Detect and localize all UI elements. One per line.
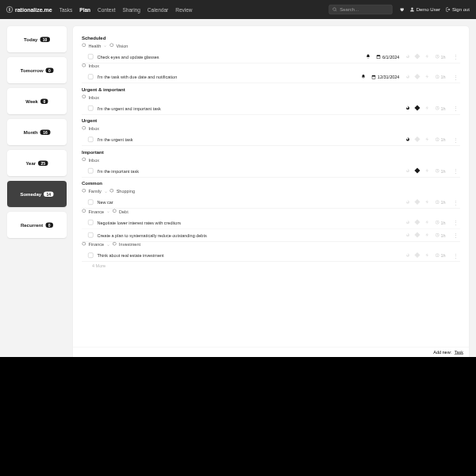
bell-icon[interactable] — [361, 74, 366, 79]
bolt-icon[interactable] — [424, 252, 429, 258]
bell-icon[interactable] — [366, 54, 370, 60]
diamond-icon[interactable] — [415, 220, 419, 225]
task-row[interactable]: Think about real estate investment1h⋮ — [82, 249, 460, 262]
fire-icon[interactable] — [405, 136, 409, 142]
search-input[interactable]: Search... — [329, 5, 393, 14]
breadcrumb[interactable]: Inbox — [82, 63, 460, 69]
search-placeholder: Search... — [340, 7, 359, 13]
fire-icon[interactable] — [405, 220, 409, 225]
more-link[interactable]: 4 More — [92, 263, 460, 268]
breadcrumb-text: Finance — [89, 242, 105, 247]
task-checkbox[interactable] — [88, 220, 94, 225]
task-name: Check eyes and update glasses — [98, 54, 366, 59]
nav-tasks[interactable]: Tasks — [60, 6, 73, 13]
diamond-icon[interactable] — [415, 106, 419, 110]
kebab-menu[interactable]: ⋮ — [451, 105, 461, 111]
brand[interactable]: rationalize.me — [6, 6, 52, 13]
add-new-task-link[interactable]: Task — [455, 350, 463, 355]
hours[interactable]: 1h — [435, 54, 445, 59]
kebab-menu[interactable]: ⋮ — [451, 136, 461, 143]
diamond-icon[interactable] — [415, 253, 419, 258]
kebab-menu[interactable]: ⋮ — [451, 74, 461, 80]
fire-icon[interactable] — [405, 252, 409, 258]
sidebar-item-year[interactable]: Year25 — [7, 150, 67, 176]
hours[interactable]: 1h — [435, 168, 445, 173]
task-row[interactable]: I'm the urgent task1h⋮ — [82, 133, 460, 146]
task-checkbox[interactable] — [88, 106, 94, 111]
kebab-menu[interactable]: ⋮ — [451, 219, 461, 225]
diamond-icon[interactable] — [415, 232, 419, 237]
signout-link[interactable]: Sign out — [446, 7, 470, 13]
hours[interactable]: 1h — [435, 200, 445, 205]
task-row[interactable]: Check eyes and update glasses6/1/20241h⋮ — [82, 51, 460, 63]
sidebar-item-today[interactable]: Today10 — [7, 26, 67, 52]
diamond-icon[interactable] — [415, 75, 419, 79]
nav-review[interactable]: Review — [175, 6, 192, 13]
task-row[interactable]: I'm the important task1h⋮ — [82, 165, 460, 178]
fire-icon[interactable] — [405, 232, 409, 238]
sidebar-item-someday[interactable]: Someday14 — [7, 181, 67, 207]
hours[interactable]: 1h — [435, 253, 445, 258]
diamond-icon[interactable] — [415, 137, 419, 142]
hours[interactable]: 1h — [435, 75, 445, 79]
task-row[interactable]: Negotiate lower interest rates with cred… — [82, 217, 460, 229]
due-date[interactable]: 12/31/2024 — [371, 75, 400, 79]
task-checkbox[interactable] — [88, 232, 94, 238]
bolt-icon[interactable] — [424, 232, 429, 238]
fire-icon[interactable] — [405, 168, 409, 174]
fire-icon[interactable] — [405, 106, 409, 111]
kebab-menu[interactable]: ⋮ — [451, 199, 461, 205]
bolt-icon[interactable] — [424, 74, 429, 79]
breadcrumb[interactable]: Finance⌄Investment — [82, 242, 460, 248]
nav-context[interactable]: Context — [98, 6, 115, 13]
bolt-icon[interactable] — [424, 199, 429, 205]
breadcrumb[interactable]: Finance⌄Debt — [82, 209, 460, 214]
diamond-icon[interactable] — [415, 200, 419, 205]
kebab-menu[interactable]: ⋮ — [451, 232, 461, 238]
user-link[interactable]: Demo User — [410, 7, 440, 13]
heart-link[interactable] — [400, 7, 405, 12]
nav-calendar[interactable]: Calendar — [148, 6, 168, 13]
hours[interactable]: 1h — [435, 137, 445, 142]
task-checkbox[interactable] — [88, 200, 94, 205]
fire-icon[interactable] — [405, 199, 409, 205]
task-row[interactable]: New car1h⋮ — [82, 196, 460, 209]
kebab-menu[interactable]: ⋮ — [451, 167, 461, 174]
hours[interactable]: 1h — [435, 106, 445, 110]
breadcrumb[interactable]: Health⌄Vision — [82, 43, 460, 48]
task-row[interactable]: Create a plan to systematically reduce o… — [82, 229, 460, 242]
diamond-icon[interactable] — [415, 168, 419, 173]
task-row[interactable]: I'm the urgent and important task1h⋮ — [82, 102, 460, 115]
due-date[interactable]: 6/1/2024 — [376, 54, 399, 59]
sidebar-label: Today — [24, 36, 37, 42]
breadcrumb[interactable]: Inbox — [82, 126, 460, 132]
sidebar-item-week[interactable]: Week0 — [7, 88, 67, 114]
task-row[interactable]: I'm the task with due date and notificat… — [82, 71, 460, 83]
bolt-icon[interactable] — [424, 106, 429, 111]
bolt-icon[interactable] — [424, 168, 429, 174]
bolt-icon[interactable] — [424, 220, 429, 225]
task-checkbox[interactable] — [88, 75, 94, 80]
nav-plan[interactable]: Plan — [79, 6, 90, 13]
kebab-menu[interactable]: ⋮ — [451, 53, 461, 60]
hours[interactable]: 1h — [435, 220, 445, 225]
bolt-icon[interactable] — [424, 54, 429, 60]
bolt-icon[interactable] — [424, 136, 429, 142]
fire-icon[interactable] — [405, 74, 409, 79]
breadcrumb[interactable]: Family⌄Shopping — [82, 189, 460, 194]
task-checkbox[interactable] — [88, 54, 94, 60]
task-checkbox[interactable] — [88, 168, 94, 174]
task-name: I'm the task with due date and notificat… — [98, 75, 361, 79]
diamond-icon[interactable] — [415, 54, 419, 59]
task-checkbox[interactable] — [88, 253, 94, 259]
task-checkbox[interactable] — [88, 137, 94, 143]
nav-sharing[interactable]: Sharing — [122, 6, 140, 13]
sidebar-item-recurrent[interactable]: Recurrent0 — [7, 212, 67, 238]
hours[interactable]: 1h — [435, 232, 445, 237]
fire-icon[interactable] — [405, 54, 409, 60]
breadcrumb[interactable]: Inbox — [82, 157, 460, 163]
kebab-menu[interactable]: ⋮ — [451, 252, 461, 259]
breadcrumb[interactable]: Inbox — [82, 94, 460, 100]
sidebar-item-month[interactable]: Month16 — [7, 119, 67, 145]
sidebar-item-tomorrow[interactable]: Tomorrow0 — [7, 57, 67, 83]
